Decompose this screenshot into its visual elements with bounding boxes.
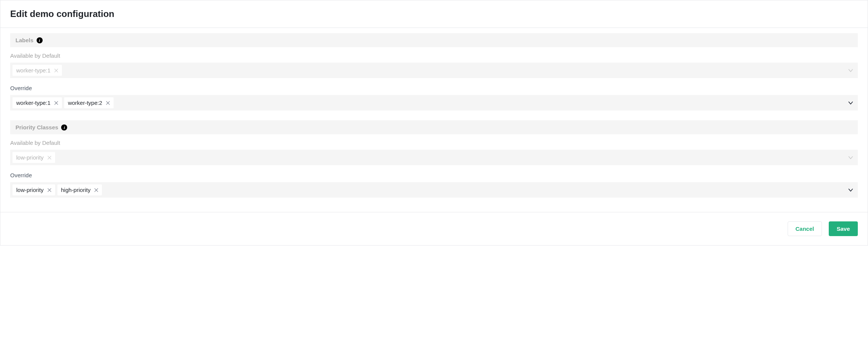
labels-default-field: Available by Default worker-type:1 (10, 52, 858, 78)
panel-header: Edit demo configuration (0, 0, 868, 28)
chevron-down-icon[interactable] (848, 187, 853, 193)
page-title: Edit demo configuration (10, 9, 858, 19)
chevron-down-icon[interactable] (848, 100, 853, 106)
tag[interactable]: worker-type:1 (12, 97, 62, 108)
close-icon[interactable] (54, 101, 58, 105)
tag[interactable]: worker-type:2 (64, 97, 114, 108)
tag: worker-type:1 (12, 65, 62, 76)
info-icon[interactable]: i (37, 37, 43, 43)
tag-text: worker-type:1 (16, 100, 51, 106)
tag-text: low-priority (16, 154, 44, 161)
section-header-labels: Labels i (10, 33, 858, 47)
panel-body: Labels i Available by Default worker-typ… (0, 28, 868, 212)
section-header-priority: Priority Classes i (10, 120, 858, 134)
close-icon[interactable] (48, 188, 51, 192)
tag[interactable]: low-priority (12, 184, 55, 195)
close-icon[interactable] (94, 188, 98, 192)
priority-default-field: Available by Default low-priority (10, 140, 858, 165)
chevron-down-icon (848, 68, 853, 73)
priority-override-field: Override low-priority high-priority (10, 172, 858, 198)
tag-text: high-priority (61, 187, 91, 193)
labels-override-select[interactable]: worker-type:1 worker-type:2 (10, 95, 858, 111)
tag-text: worker-type:1 (16, 67, 51, 74)
edit-configuration-panel: Edit demo configuration Labels i Availab… (0, 0, 868, 246)
cancel-button[interactable]: Cancel (788, 221, 822, 236)
close-icon[interactable] (106, 101, 110, 105)
chevron-down-icon (848, 155, 853, 160)
tag-text: worker-type:2 (68, 100, 102, 106)
tag-text: low-priority (16, 187, 44, 193)
section-title-priority: Priority Classes (15, 124, 58, 130)
field-label: Override (10, 172, 858, 178)
tag: low-priority (12, 152, 55, 163)
tag[interactable]: high-priority (57, 184, 102, 195)
close-icon (48, 156, 51, 160)
field-label: Available by Default (10, 140, 858, 146)
info-icon[interactable]: i (61, 124, 67, 130)
section-title-labels: Labels (15, 37, 34, 43)
labels-override-field: Override worker-type:1 worker-type:2 (10, 85, 858, 111)
priority-default-select: low-priority (10, 150, 858, 165)
field-label: Override (10, 85, 858, 91)
panel-footer: Cancel Save (0, 212, 868, 245)
labels-default-select: worker-type:1 (10, 63, 858, 78)
close-icon (54, 69, 58, 72)
save-button[interactable]: Save (829, 221, 858, 236)
priority-override-select[interactable]: low-priority high-priority (10, 182, 858, 198)
field-label: Available by Default (10, 52, 858, 59)
